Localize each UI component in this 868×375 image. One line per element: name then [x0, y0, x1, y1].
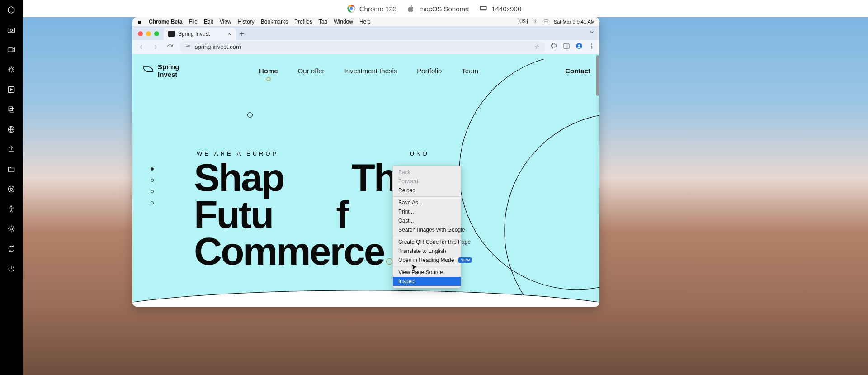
ctx-forward: Forward	[393, 177, 461, 186]
brand-line1: Spring	[158, 63, 179, 71]
menubar-clock[interactable]: Sat Mar 9 9:41 AM	[554, 19, 595, 24]
forward-button[interactable]	[151, 42, 160, 52]
layers-icon[interactable]	[6, 104, 17, 115]
svg-point-25	[459, 59, 599, 290]
svg-rect-4	[8, 28, 15, 33]
new-tab-button[interactable]: +	[236, 28, 248, 40]
section-dot-2[interactable]	[151, 179, 154, 182]
ctx-qr-code[interactable]: Create QR Code for this Page	[393, 237, 461, 247]
menu-history[interactable]: History	[238, 19, 255, 25]
page-viewport[interactable]: SpringInvest Home Our offer Investment t…	[132, 54, 599, 307]
ctx-translate[interactable]: Translate to English	[393, 247, 461, 256]
url-text: spring-invest.com	[195, 43, 241, 50]
globe-icon[interactable]	[6, 124, 17, 135]
folder-icon[interactable]	[6, 164, 17, 175]
close-window-button[interactable]	[138, 31, 143, 36]
window-controls	[138, 31, 159, 36]
menu-profiles[interactable]: Profiles	[294, 19, 312, 25]
ctx-cast[interactable]: Cast...	[393, 216, 461, 225]
apple-icon	[406, 4, 415, 13]
ctx-print[interactable]: Print...	[393, 207, 461, 216]
menu-tab[interactable]: Tab	[319, 19, 327, 25]
launcher-resolution-label: 1440x900	[491, 5, 521, 13]
section-dot-1[interactable]	[151, 167, 154, 171]
upload-icon[interactable]	[6, 144, 17, 155]
compass-icon[interactable]	[6, 184, 17, 195]
svg-point-7	[10, 68, 13, 71]
accessibility-icon[interactable]	[6, 204, 17, 214]
refresh-icon[interactable]	[6, 243, 17, 254]
svg-point-5	[10, 29, 13, 31]
tab-favicon	[168, 31, 175, 37]
menu-file[interactable]: File	[189, 19, 198, 25]
ctx-save-as[interactable]: Save As...	[393, 198, 461, 207]
power-icon[interactable]	[6, 263, 17, 274]
apple-menu-icon[interactable]	[137, 19, 142, 24]
nav-offer[interactable]: Our offer	[298, 67, 325, 75]
app-sidebar	[0, 0, 23, 375]
side-panel-icon[interactable]	[562, 42, 571, 52]
video-icon[interactable]	[6, 44, 17, 55]
cursor-pointer-icon	[411, 263, 419, 273]
ctx-reload[interactable]: Reload	[393, 186, 461, 195]
ctx-inspect[interactable]: Inspect	[393, 277, 461, 286]
site-info-icon[interactable]	[185, 43, 191, 51]
nav-home[interactable]: Home	[259, 67, 278, 75]
svg-point-22	[591, 43, 592, 44]
input-source-indicator[interactable]: US	[518, 19, 528, 24]
play-square-icon[interactable]	[6, 84, 17, 95]
svg-point-26	[505, 113, 599, 307]
launcher-resolution: 1440x900	[479, 4, 521, 13]
tab-close-button[interactable]: ×	[228, 30, 231, 38]
bug-icon[interactable]	[6, 64, 17, 75]
svg-point-12	[8, 186, 14, 192]
profile-avatar-icon[interactable]	[575, 42, 583, 52]
svg-rect-3	[481, 7, 486, 9]
browser-tab[interactable]: Spring Invest ×	[164, 28, 236, 40]
menu-bookmarks[interactable]: Bookmarks	[261, 19, 288, 25]
camera-icon[interactable]	[6, 24, 17, 35]
tab-overflow-button[interactable]	[589, 29, 595, 37]
leaf-logo-icon	[142, 64, 155, 78]
brand-line2: Invest	[158, 71, 177, 78]
ctx-search-images[interactable]: Search Images with Google	[393, 225, 461, 234]
ctx-back: Back	[393, 168, 461, 177]
chrome-menu-icon[interactable]	[588, 42, 596, 52]
chrome-icon	[347, 4, 356, 13]
headline-orb-icon	[386, 258, 392, 265]
address-bar[interactable]: spring-invest.com ☆	[179, 41, 545, 53]
extensions-icon[interactable]	[550, 42, 558, 52]
svg-rect-6	[8, 48, 13, 52]
bluetooth-off-icon[interactable]	[532, 18, 538, 25]
menu-app-name[interactable]: Chrome Beta	[149, 19, 183, 25]
back-button[interactable]	[136, 42, 146, 52]
svg-rect-16	[544, 21, 548, 23]
section-dot-4[interactable]	[151, 201, 154, 204]
menu-edit[interactable]: Edit	[204, 19, 213, 25]
menu-view[interactable]: View	[220, 19, 231, 25]
section-dot-3[interactable]	[151, 190, 154, 193]
site-logo[interactable]: SpringInvest	[142, 63, 179, 78]
launcher-chrome: Chrome 123	[347, 4, 397, 13]
control-center-icon[interactable]	[543, 18, 549, 25]
zoom-window-button[interactable]	[154, 31, 159, 36]
toolbar: spring-invest.com ☆	[132, 40, 599, 54]
svg-point-21	[578, 44, 580, 47]
nav-thesis[interactable]: Investment thesis	[344, 67, 397, 75]
ctx-reading-mode[interactable]: Open in Reading ModeNEW	[393, 256, 461, 265]
ctx-view-source[interactable]: View Page Source	[393, 268, 461, 277]
launcher-chrome-label: Chrome 123	[359, 5, 397, 13]
menu-window[interactable]: Window	[334, 19, 353, 25]
launcher-macos-label: macOS Sonoma	[419, 5, 469, 13]
wave-decoration	[132, 284, 599, 307]
logo-icon[interactable]	[6, 5, 17, 15]
minimize-window-button[interactable]	[146, 31, 151, 36]
svg-rect-19	[564, 43, 569, 48]
reload-button[interactable]	[165, 42, 175, 52]
svg-rect-18	[189, 45, 190, 47]
svg-rect-9	[9, 107, 12, 110]
bookmark-star-icon[interactable]: ☆	[534, 43, 540, 50]
menu-help[interactable]: Help	[359, 19, 371, 25]
settings-icon[interactable]	[6, 223, 17, 234]
display-icon	[479, 4, 488, 13]
